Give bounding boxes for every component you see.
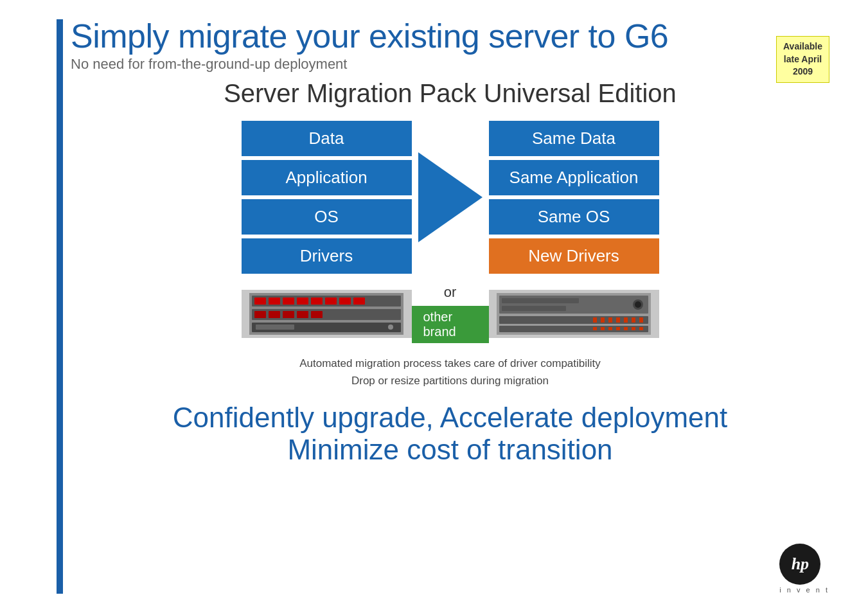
badge-line1: Available bbox=[783, 41, 822, 51]
svg-rect-5 bbox=[297, 298, 308, 305]
section-title: Server Migration Pack Universal Edition bbox=[71, 79, 829, 108]
content-wrapper: Available late April 2009 Simply migrate… bbox=[71, 18, 829, 466]
left-server-svg bbox=[249, 293, 403, 335]
svg-rect-24 bbox=[502, 306, 566, 311]
svg-rect-32 bbox=[632, 317, 635, 323]
svg-rect-8 bbox=[339, 298, 351, 305]
left-accent-bar-top bbox=[57, 19, 63, 148]
server-middle-area: or other brand bbox=[412, 284, 489, 343]
hp-logo-circle: hp bbox=[779, 544, 820, 585]
svg-rect-34 bbox=[593, 327, 597, 330]
other-brand-button[interactable]: other brand bbox=[412, 306, 489, 343]
svg-rect-3 bbox=[269, 298, 280, 305]
notes-area: Automated migration process takes care o… bbox=[71, 355, 829, 389]
svg-rect-38 bbox=[624, 327, 628, 330]
svg-point-17 bbox=[388, 324, 393, 330]
svg-rect-35 bbox=[601, 327, 605, 330]
badge-line3: 2009 bbox=[793, 66, 813, 76]
right-new-drivers-item: New Drivers bbox=[489, 238, 659, 274]
svg-rect-14 bbox=[297, 311, 308, 318]
svg-rect-18 bbox=[256, 324, 294, 330]
svg-rect-11 bbox=[254, 311, 266, 318]
svg-rect-29 bbox=[608, 317, 612, 323]
svg-rect-36 bbox=[608, 327, 612, 330]
main-title: Simply migrate your existing server to G… bbox=[71, 18, 829, 55]
right-same-os-item: Same OS bbox=[489, 199, 659, 235]
left-accent-bar-bottom bbox=[57, 148, 63, 594]
right-same-data-item: Same Data bbox=[489, 121, 659, 156]
right-same-application-item: Same Application bbox=[489, 160, 659, 195]
svg-rect-4 bbox=[283, 298, 294, 305]
svg-rect-39 bbox=[632, 327, 635, 330]
note-line1: Automated migration process takes care o… bbox=[71, 355, 829, 372]
left-drivers-item: Drivers bbox=[242, 238, 412, 274]
badge-line2: late April bbox=[784, 54, 822, 64]
svg-rect-13 bbox=[283, 311, 294, 318]
migration-arrow bbox=[418, 152, 483, 242]
svg-rect-6 bbox=[311, 298, 323, 305]
svg-rect-23 bbox=[502, 298, 579, 303]
svg-rect-28 bbox=[601, 317, 605, 323]
svg-rect-27 bbox=[593, 317, 597, 323]
svg-rect-7 bbox=[325, 298, 337, 305]
left-server-box bbox=[242, 290, 412, 338]
sub-title: No need for from-the-ground-up deploymen… bbox=[71, 56, 829, 73]
svg-rect-12 bbox=[269, 311, 280, 318]
svg-rect-15 bbox=[311, 311, 323, 318]
left-application-item: Application bbox=[242, 160, 412, 195]
or-text: or bbox=[444, 284, 457, 301]
migration-arrow-container bbox=[412, 152, 489, 242]
hp-logo-text: hp bbox=[792, 555, 809, 574]
svg-rect-2 bbox=[254, 298, 266, 305]
available-badge: Available late April 2009 bbox=[776, 36, 829, 83]
svg-rect-31 bbox=[624, 317, 628, 323]
right-server-svg bbox=[497, 293, 651, 335]
svg-rect-37 bbox=[616, 327, 620, 330]
tagline-line2: Minimize cost of transition bbox=[71, 434, 829, 466]
tagline-line1: Confidently upgrade, Accelerate deployme… bbox=[71, 402, 829, 434]
migration-diagram: Data Application OS Drivers Same Data Sa… bbox=[71, 121, 829, 274]
left-data-item: Data bbox=[242, 121, 412, 156]
left-stack: Data Application OS Drivers bbox=[242, 121, 412, 274]
svg-rect-30 bbox=[616, 317, 620, 323]
bottom-tagline: Confidently upgrade, Accelerate deployme… bbox=[71, 402, 829, 466]
right-server-box bbox=[489, 290, 659, 338]
svg-point-22 bbox=[635, 301, 641, 308]
hp-invent-text: i n v e n t bbox=[779, 586, 829, 594]
right-stack: Same Data Same Application Same OS New D… bbox=[489, 121, 659, 274]
hp-logo-area: hp i n v e n t bbox=[779, 544, 829, 594]
svg-rect-40 bbox=[639, 327, 643, 330]
svg-rect-9 bbox=[353, 298, 365, 305]
servers-row: or other brand bbox=[71, 284, 829, 343]
svg-rect-33 bbox=[639, 317, 643, 323]
note-line2: Drop or resize partitions during migrati… bbox=[71, 372, 829, 389]
left-os-item: OS bbox=[242, 199, 412, 235]
